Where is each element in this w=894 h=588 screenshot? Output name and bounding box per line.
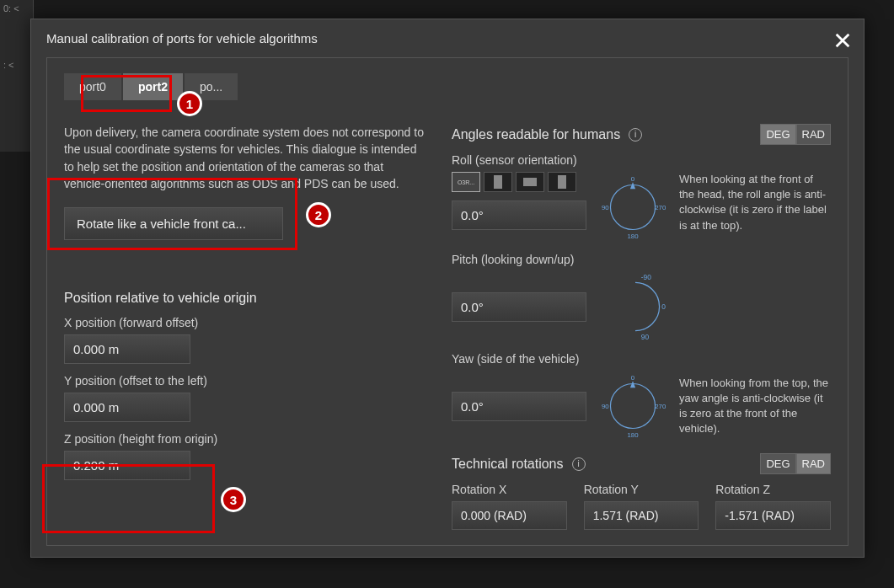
orient-option-1[interactable] [484, 172, 512, 192]
position-section-title: Position relative to vehicle origin [64, 291, 426, 306]
z-position-input[interactable] [64, 451, 190, 480]
roll-label: Roll (sensor orientation) [452, 153, 831, 167]
info-icon[interactable]: i [629, 128, 642, 142]
rotation-x-value[interactable]: 0.000 (RAD) [452, 501, 567, 530]
angles-section-title: Angles readable for humans [452, 127, 620, 142]
calibration-modal: Manual calibration of ports for vehicle … [30, 19, 865, 558]
svg-marker-10 [630, 381, 635, 388]
svg-point-9 [610, 383, 655, 428]
unit-deg-button[interactable]: DEG [760, 124, 795, 145]
x-position-input[interactable] [64, 334, 190, 364]
svg-point-0 [610, 184, 655, 229]
y-position-input[interactable] [64, 393, 190, 422]
svg-text:180: 180 [627, 233, 639, 240]
pitch-input[interactable] [452, 292, 586, 322]
svg-text:180: 180 [627, 431, 639, 439]
rotate-like-front-camera-button[interactable]: Rotate like a vehicle front ca... [64, 207, 283, 240]
svg-text:270: 270 [655, 403, 666, 410]
orient-option-3[interactable] [548, 172, 576, 192]
bg-label: : < [3, 60, 29, 70]
unit-rad-button[interactable]: RAD [796, 124, 831, 145]
tab-port2[interactable]: port2 [123, 73, 183, 100]
yaw-label: Yaw (side of the vehicle) [452, 352, 831, 366]
orient-option-2[interactable] [516, 172, 544, 192]
rotation-z-value[interactable]: -1.571 (RAD) [715, 501, 831, 530]
modal-title: Manual calibration of ports for vehicle … [46, 31, 318, 45]
roll-help-text: When looking at the front of the head, t… [679, 172, 831, 233]
roll-input[interactable] [452, 200, 586, 230]
yaw-help-text: When looking from the top, the yaw angle… [679, 376, 831, 437]
orient-option-0[interactable]: O3R... [452, 172, 480, 192]
tech-unit-rad-button[interactable]: RAD [796, 453, 831, 474]
rotation-y-value[interactable]: 1.571 (RAD) [584, 501, 699, 530]
svg-text:270: 270 [655, 204, 666, 211]
rotation-x-label: Rotation X [452, 483, 567, 496]
orientation-selector: O3R... [452, 172, 586, 192]
y-position-label: Y position (offset to the left) [64, 374, 426, 388]
svg-text:0: 0 [631, 175, 635, 183]
svg-text:0: 0 [661, 302, 666, 311]
pitch-dial-icon: -90 0 90 [600, 271, 671, 342]
svg-marker-1 [630, 182, 635, 189]
tab-port-other[interactable]: po... [185, 73, 238, 100]
tech-rotations-title: Technical rotations [452, 457, 564, 472]
tab-port0[interactable]: port0 [64, 73, 121, 100]
info-icon[interactable]: i [572, 457, 586, 471]
port-tabs: port0 port2 po... [64, 73, 831, 100]
svg-text:90: 90 [602, 204, 609, 211]
roll-dial-icon: 0 90 270 180 [600, 172, 666, 243]
x-position-label: X position (forward offset) [64, 316, 426, 329]
yaw-dial-icon: 0 90 270 180 [600, 371, 666, 441]
close-icon[interactable] [833, 31, 852, 50]
rotation-y-label: Rotation Y [584, 483, 699, 496]
tech-unit-deg-button[interactable]: DEG [760, 453, 795, 474]
svg-text:90: 90 [641, 333, 650, 341]
z-position-label: Z position (height from origin) [64, 432, 426, 446]
svg-text:90: 90 [602, 403, 609, 410]
rotation-z-label: Rotation Z [715, 483, 831, 496]
intro-text: Upon delivery, the camera coordinate sys… [64, 124, 426, 192]
yaw-input[interactable] [452, 392, 586, 421]
svg-text:0: 0 [631, 374, 635, 382]
bg-label: 0: < [3, 3, 29, 13]
pitch-label: Pitch (looking down/up) [452, 253, 831, 266]
svg-text:-90: -90 [641, 273, 651, 281]
